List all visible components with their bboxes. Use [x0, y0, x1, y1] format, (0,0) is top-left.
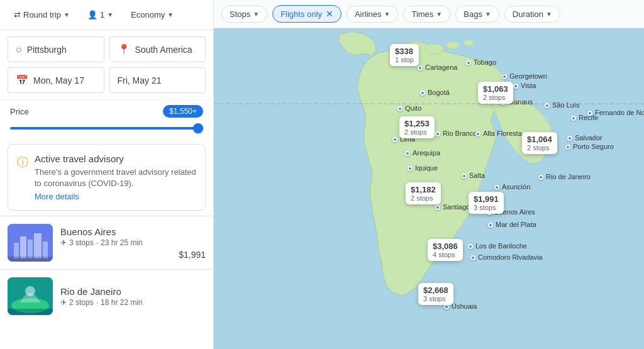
price-marker-5[interactable]: $1,991 3 stops [469, 192, 504, 214]
city-dot-22 [468, 244, 473, 249]
city-dot-1 [420, 91, 425, 96]
destination-text: South America [135, 45, 192, 55]
city-label-24: Georgetown [509, 72, 547, 80]
filter-flights-close[interactable]: ✕ [326, 9, 333, 19]
city-dot-5 [435, 205, 440, 210]
top-bar: ⇄ Round trip ▼ 👤 1 ▼ Economy ▼ [0, 0, 213, 30]
dest-duration-0: 23 hr 25 min [101, 238, 143, 247]
price-marker-3[interactable]: $1,064 2 stops [522, 132, 557, 154]
filter-flights-only[interactable]: Flights only ✕ [272, 5, 341, 23]
destination-card-0[interactable]: Buenos Aires ✈ 3 stops · 23 hr 25 min $1… [0, 216, 213, 269]
advisory-content: Active travel advisory There's a governm… [35, 153, 196, 201]
price-slider[interactable] [10, 127, 203, 130]
city-dot-0 [418, 65, 423, 70]
filter-stops-label: Stops [230, 9, 250, 19]
rio-info: Rio de Janeiro ✈ 2 stops · 18 hr 22 min [60, 286, 206, 307]
city-dot-18 [587, 111, 592, 116]
destination-icon: 📍 [118, 43, 130, 55]
search-inputs: ○ Pittsburgh 📍 South America 📅 Mon, May … [0, 30, 213, 99]
city-label-12: Salta [469, 172, 485, 179]
price-section: Price $1,550+ [0, 99, 213, 139]
city-dot-8 [444, 304, 449, 309]
destination-card-1[interactable]: Rio de Janeiro ✈ 2 stops · 18 hr 22 min [0, 269, 213, 323]
filter-flights-label: Flights only [280, 9, 322, 19]
marker-stops-3: 2 stops [527, 144, 552, 152]
location-row: ○ Pittsburgh 📍 South America [8, 36, 206, 62]
city-label-19: Porto Seguro [573, 143, 614, 150]
filter-bags-label: Bags [464, 9, 482, 19]
marker-price-1: $1,063 [483, 84, 508, 94]
advisory-card: ⓘ Active travel advisory There's a gover… [8, 144, 206, 211]
depart-date-text: Mon, May 17 [33, 75, 84, 86]
dest-dot-1: · [96, 298, 98, 307]
filter-stops[interactable]: Stops ▼ [221, 6, 267, 23]
price-marker-7[interactable]: $2,668 3 stops [418, 283, 453, 305]
price-marker-1[interactable]: $1,063 2 stops [478, 82, 513, 104]
advisory-title: Active travel advisory [35, 153, 196, 164]
city-dot-2 [397, 106, 402, 111]
svg-rect-10 [8, 309, 53, 315]
destination-input[interactable]: 📍 South America [109, 36, 206, 62]
return-date-text: Fri, May 21 [118, 75, 162, 86]
advisory-icon: ⓘ [17, 155, 28, 170]
advisory-text: There's a government travel advisory rel… [35, 167, 196, 189]
flight-icon-1: ✈ [60, 298, 67, 307]
city-label-16: Salvador [575, 134, 602, 141]
passengers-button[interactable]: 👤 1 ▼ [81, 6, 119, 23]
rio-thumbnail [8, 277, 53, 315]
dest-price-0: $1,991 [179, 250, 206, 260]
city-dot-12 [462, 174, 467, 179]
filter-stops-chevron: ▼ [253, 11, 259, 18]
marker-stops-0: 1 stop [395, 56, 414, 64]
marker-price-6: $3,086 [433, 241, 458, 251]
marker-price-4: $1,182 [411, 185, 436, 194]
city-label-14: Alta Floresta [483, 130, 522, 137]
city-dot-21 [470, 255, 475, 260]
trip-type-chevron: ▼ [64, 11, 70, 18]
dest-name-1: Rio de Janeiro [60, 286, 206, 297]
price-marker-4[interactable]: $1,182 2 stops [406, 182, 441, 204]
depart-date-input[interactable]: 📅 Mon, May 17 [8, 67, 104, 93]
svg-rect-1 [14, 243, 19, 258]
city-label-1: Bogotá [428, 89, 450, 96]
origin-text: Pittsburgh [27, 45, 67, 55]
price-marker-0[interactable]: $338 1 stop [390, 44, 419, 66]
origin-input[interactable]: ○ Pittsburgh [8, 36, 104, 62]
city-label-17: São Luís [552, 101, 579, 109]
passengers-chevron: ▼ [107, 11, 113, 18]
filter-times[interactable]: Times ▼ [403, 6, 450, 23]
cabin-chevron: ▼ [167, 11, 174, 18]
advisory-link[interactable]: More details [35, 192, 79, 201]
marker-stops-2: 2 stops [404, 128, 430, 136]
filter-duration-label: Duration [513, 9, 543, 19]
filter-airlines[interactable]: Airlines ▼ [347, 6, 399, 23]
city-label-7: Rio de Janeiro [546, 173, 591, 180]
city-dot-16 [567, 136, 572, 141]
cabin-label: Economy [131, 10, 165, 19]
dest-price-row-0: $1,991 [60, 250, 206, 260]
price-marker-6[interactable]: $3,086 4 stops [428, 239, 463, 261]
city-dot-10 [405, 151, 410, 156]
filter-bags[interactable]: Bags ▼ [455, 6, 499, 23]
city-label-23: Tobago [474, 58, 496, 66]
marker-stops-4: 2 stops [411, 194, 436, 202]
svg-rect-6 [8, 257, 53, 262]
trip-type-button[interactable]: ⇄ Round trip ▼ [8, 6, 76, 23]
price-marker-2[interactable]: $1,253 2 stops [399, 116, 435, 138]
city-label-2: Quito [405, 104, 421, 112]
filter-duration[interactable]: Duration ▼ [504, 6, 560, 23]
svg-point-9 [25, 286, 35, 296]
marker-price-5: $1,991 [474, 194, 499, 204]
buenos-aires-info: Buenos Aires ✈ 3 stops · 23 hr 25 min $1… [60, 226, 206, 260]
city-label-11: Iquique [415, 164, 438, 172]
cabin-button[interactable]: Economy ▼ [125, 6, 180, 23]
city-label-5: Santiago [443, 203, 470, 211]
city-dot-25 [513, 84, 518, 89]
marker-price-7: $2,668 [423, 285, 448, 295]
svg-rect-5 [43, 241, 48, 258]
svg-point-13 [447, 42, 459, 49]
return-date-input[interactable]: Fri, May 21 [109, 67, 206, 93]
marker-price-3: $1,064 [527, 135, 552, 144]
dest-meta-0: ✈ 3 stops · 23 hr 25 min [60, 238, 206, 247]
marker-stops-6: 4 stops [433, 251, 458, 258]
